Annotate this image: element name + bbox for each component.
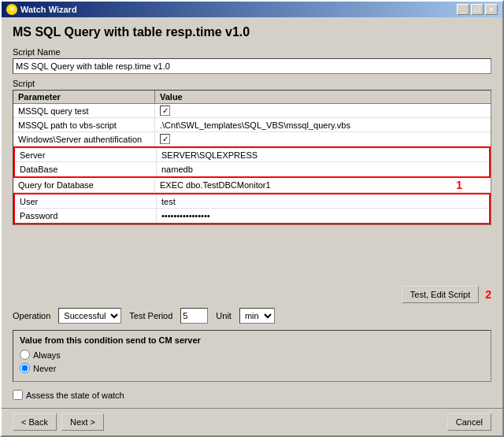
value-cell: ✓ (155, 132, 491, 146)
cancel-button[interactable]: Cancel (447, 413, 491, 431)
radio-always[interactable] (20, 350, 30, 360)
table-row: MSSQL query test ✓ (13, 104, 491, 118)
value-cell: ✓ (155, 104, 491, 117)
unit-label: Unit (216, 311, 232, 320)
assess-row: Assess the state of watch (13, 390, 491, 400)
radio-always-label: Always (33, 350, 61, 360)
radio-never[interactable] (20, 363, 30, 373)
value-cell[interactable]: SERVER\SQLEXPRESS (157, 148, 489, 161)
param-cell: DataBase (15, 162, 157, 176)
next-button[interactable]: Next > (61, 413, 104, 431)
title-bar-text: Watch Wizard (20, 5, 77, 14)
page-title: MS SQL Query with table resp.time v1.0 (13, 25, 491, 39)
test-btn-row: Test, Edit Script 2 (13, 286, 491, 303)
assess-checkbox[interactable] (13, 390, 23, 400)
radio-never-row: Never (20, 363, 484, 373)
table-row: MSSQL path to vbs-script .\Cnt\SWL_templ… (13, 118, 491, 132)
value-box-title: Value from this condition send to CM ser… (20, 335, 484, 345)
param-cell: User (15, 194, 157, 208)
radio-always-row: Always (20, 350, 484, 360)
param-cell: MSSQL path to vbs-script (13, 118, 155, 131)
script-name-section: Script Name (13, 47, 491, 74)
main-content: MS SQL Query with table resp.time v1.0 S… (2, 17, 502, 408)
param-cell: Password (15, 209, 157, 223)
table-row: Windows\Server authentification ✓ (13, 132, 491, 146)
annotation-2: 2 (485, 288, 491, 301)
value-cell[interactable]: test (157, 194, 489, 208)
test-period-label: Test Period (129, 311, 172, 320)
param-cell: MSSQL query test (13, 104, 155, 117)
operation-row: Operation Successful Failed Changed Test… (13, 308, 491, 324)
server-database-group: Server SERVER\SQLEXPRESS DataBase namedb (13, 146, 491, 178)
minimize-button[interactable]: _ (457, 4, 469, 15)
value-cell: .\Cnt\SWL_templates\SQL_VBS\mssql_query.… (155, 118, 491, 131)
assess-label: Assess the state of watch (26, 391, 124, 400)
user-password-group: User test Password •••••••••••••••• (13, 193, 491, 224)
table-row: Query for Database EXEC dbo.TestDBCMonit… (13, 178, 491, 193)
annotation-1: 1 (456, 179, 462, 191)
unit-select[interactable]: min sec hour (239, 308, 275, 324)
operation-label: Operation (13, 311, 50, 320)
col-header-value: Value (155, 91, 491, 103)
value-from-condition-box: Value from this condition send to CM ser… (13, 330, 491, 382)
param-cell: Server (15, 148, 157, 161)
watch-wizard-window: 👁 Watch Wizard _ □ ✕ MS SQL Query with t… (0, 0, 504, 437)
script-label: Script (13, 79, 491, 88)
title-bar: 👁 Watch Wizard _ □ ✕ (2, 2, 502, 17)
table-row: Password •••••••••••••••• (15, 209, 489, 223)
operation-select[interactable]: Successful Failed Changed (58, 308, 121, 324)
query-value: EXEC dbo.TestDBCMonitor1 (160, 180, 271, 190)
value-cell[interactable]: namedb (157, 162, 489, 176)
test-edit-script-button[interactable]: Test, Edit Script (402, 286, 479, 303)
radio-never-label: Never (33, 364, 56, 373)
table-row: User test (15, 194, 489, 209)
title-bar-controls: _ □ ✕ (457, 4, 498, 15)
param-cell: Windows\Server authentification (13, 132, 155, 146)
value-cell[interactable]: •••••••••••••••• (157, 209, 489, 223)
footer-left: < Back Next > (13, 413, 104, 431)
script-name-input[interactable] (13, 58, 491, 74)
checkbox-mssql-query[interactable]: ✓ (160, 106, 170, 116)
table-row: Server SERVER\SQLEXPRESS (15, 148, 489, 162)
bottom-section: Test, Edit Script 2 Operation Successful… (13, 286, 491, 400)
table-body: MSSQL query test ✓ MSSQL path to vbs-scr… (13, 104, 491, 224)
test-period-input[interactable] (180, 308, 208, 324)
footer-bar: < Back Next > Cancel (2, 408, 502, 435)
checkbox-windows-auth[interactable]: ✓ (160, 134, 170, 144)
table-header: Parameter Value (13, 91, 491, 104)
col-header-parameter: Parameter (13, 91, 155, 103)
parameter-table: Parameter Value MSSQL query test ✓ MSSQL… (13, 90, 491, 225)
script-name-label: Script Name (13, 47, 491, 57)
value-cell: EXEC dbo.TestDBCMonitor1 1 (155, 178, 491, 192)
maximize-button[interactable]: □ (471, 4, 484, 15)
table-row: DataBase namedb (15, 162, 489, 176)
param-cell: Query for Database (13, 178, 155, 192)
close-button[interactable]: ✕ (485, 4, 498, 15)
window-icon: 👁 (6, 4, 17, 15)
script-section: Script Parameter Value MSSQL query test … (13, 79, 491, 281)
back-button[interactable]: < Back (13, 413, 57, 431)
